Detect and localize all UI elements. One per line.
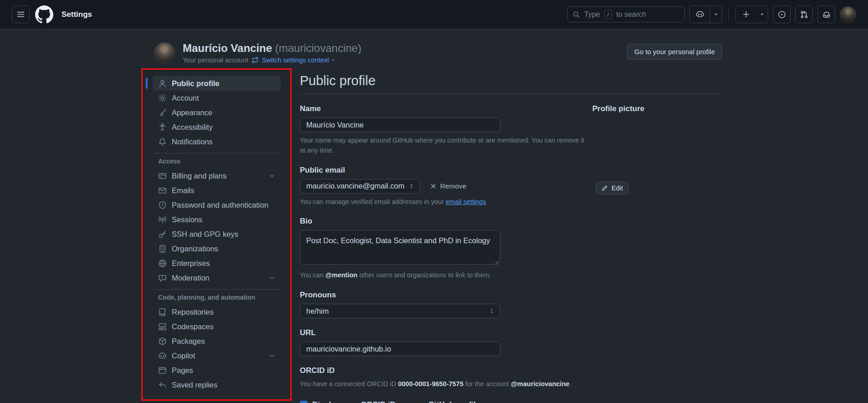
profile-picture-image [592,119,683,209]
pronouns-select[interactable]: he/him [300,304,500,318]
selected-accent-bar [146,78,148,89]
github-logo-icon[interactable] [35,5,53,24]
sidebar-divider [153,289,281,290]
sidebar-item-saved-replies[interactable]: Saved replies [153,377,281,392]
paintbrush-icon [158,108,167,117]
copilot-icon [158,352,167,360]
inbox-button[interactable] [817,5,835,23]
sidebar-item-account[interactable]: Account [153,91,281,105]
updown-arrows-icon [408,183,415,189]
global-header: Settings Type / to search [0,0,868,29]
header-divider [729,10,729,20]
credit-card-icon [158,172,167,180]
name-help-text: Your name may appear around GitHub where… [300,136,588,156]
orcid-label: ORCID iD [300,366,588,375]
sidebar-item-moderation[interactable]: Moderation [153,270,281,285]
url-input[interactable] [300,342,500,356]
sidebar-item-accessibility[interactable]: Accessibility [153,120,281,134]
sidebar-item-pages[interactable]: Pages [153,363,281,377]
sidebar-item-public-profile[interactable]: Public profile [153,76,281,91]
pencil-icon [601,185,608,191]
issues-button[interactable] [773,5,791,23]
sidebar-item-password-and-authentication[interactable]: Password and authentication [153,198,281,212]
email-settings-link[interactable]: email settings [446,198,486,205]
sidebar-item-notifications[interactable]: Notifications [153,134,281,149]
sidebar-item-codespaces[interactable]: Codespaces [153,319,281,334]
bio-textarea[interactable]: Post Doc, Ecologist, Data Scientist and … [300,230,500,265]
orcid-display-checkbox[interactable] [300,401,308,403]
accessibility-icon [158,123,167,132]
browser-icon [158,366,167,375]
name-input[interactable] [300,117,500,132]
updown-arrows-icon [488,308,495,314]
globe-icon [158,259,167,268]
git-pull-request-icon [800,10,808,19]
organization-icon [158,245,167,253]
copilot-icon [696,10,704,19]
account-type-label: Your personal account [183,56,248,64]
gear-icon [158,94,167,102]
go-to-profile-button[interactable]: Go to your personal profile [627,44,722,60]
pull-requests-button[interactable] [795,5,813,23]
chevron-down-icon [269,275,275,281]
edit-avatar-button[interactable]: Edit [596,182,628,194]
search-input[interactable]: Type / to search [567,6,685,22]
sidebar-item-packages[interactable]: Packages [153,334,281,348]
sidebar-item-copilot[interactable]: Copilot [153,348,281,363]
caret-down-icon [331,58,335,62]
sidebar-item-sessions[interactable]: Sessions [153,212,281,227]
sidebar-item-ssh-and-gpg-keys[interactable]: SSH and GPG keys [153,227,281,241]
report-icon [158,274,167,282]
create-new-caret[interactable] [756,6,768,23]
user-full-name: Maurício Vancine [183,42,272,54]
profile-picture-section: Profile picture Edit [592,94,722,403]
sidebar-item-appearance[interactable]: Appearance [153,105,281,120]
copilot-button[interactable] [690,6,710,23]
create-new-button-group [735,5,768,23]
remove-email-button[interactable]: Remove [430,182,467,190]
panel-heading: Public profile [300,73,722,94]
sidebar-item-billing-and-plans[interactable]: Billing and plans [153,168,281,183]
inbox-icon [822,10,831,19]
key-icon [158,230,167,239]
sidebar-item-emails[interactable]: Emails [153,183,281,198]
copilot-dropdown-caret[interactable] [710,6,722,23]
orcid-connected-text: You have a connected ORCID iD 0000-0001-… [300,379,588,389]
bio-help-text: You can @mention other users and organiz… [300,270,588,281]
url-label: URL [300,328,588,337]
public-email-label: Public email [300,166,588,175]
search-placeholder-suffix: to search [616,10,646,19]
page-context-title: Settings [62,10,92,19]
orcid-display-checkbox-row[interactable]: Display your ORCID iD on your GitHub pro… [300,400,588,403]
user-avatar[interactable] [840,6,856,23]
caret-down-icon [714,12,719,17]
broadcast-icon [158,215,167,224]
sidebar-divider [153,153,281,153]
switch-settings-context-link[interactable]: Switch settings context [262,56,336,64]
mail-icon [158,186,167,195]
reply-icon [158,381,167,389]
codespaces-icon [158,322,167,331]
bell-icon [158,138,167,146]
person-icon [158,79,167,88]
hamburger-menu-button[interactable] [12,5,30,23]
package-icon [158,337,167,346]
plus-icon [742,10,750,18]
user-handle: (mauriciovancine) [275,42,361,54]
public-profile-panel: Public profile Name Your name may appear… [300,70,722,403]
email-help-text: You can manage verified email addresses … [300,197,588,207]
sidebar-item-enterprises[interactable]: Enterprises [153,256,281,270]
sidebar-item-repositories[interactable]: Repositories [153,305,281,319]
copilot-button-group [689,5,722,23]
x-icon [430,183,437,189]
slash-key-hint: / [604,10,612,19]
create-new-button[interactable] [736,6,756,23]
public-email-select[interactable]: mauricio.vancine@gmail.com [300,179,420,194]
profile-picture-label: Profile picture [592,104,722,113]
issue-opened-icon [778,10,786,19]
profile-header-avatar [154,42,175,63]
sidebar-item-organizations[interactable]: Organizations [153,241,281,256]
sidebar-section-code: Code, planning, and automation [158,294,281,301]
name-label: Name [300,104,588,113]
search-icon [573,11,580,18]
